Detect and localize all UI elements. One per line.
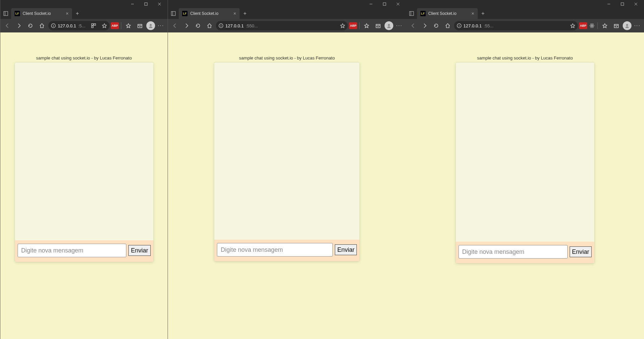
home-button[interactable] xyxy=(204,21,215,31)
browser-tab[interactable]: LF Client Socket.io × xyxy=(179,8,240,19)
send-button[interactable]: Enviar xyxy=(335,244,357,255)
profile-avatar[interactable] xyxy=(623,21,631,30)
close-tab-button[interactable]: × xyxy=(233,11,236,16)
qr-icon[interactable] xyxy=(91,23,96,28)
minimize-button[interactable] xyxy=(128,1,137,7)
minimize-button[interactable] xyxy=(604,1,614,7)
abp-extension-icon[interactable]: ABP xyxy=(111,22,119,29)
svg-point-48 xyxy=(626,24,628,26)
back-button[interactable] xyxy=(170,21,180,31)
tab-actions-button[interactable] xyxy=(406,8,417,19)
favicon-icon: LF xyxy=(15,11,20,16)
profile-avatar[interactable] xyxy=(146,21,155,30)
svg-point-30 xyxy=(388,24,390,26)
favorites-button[interactable] xyxy=(362,21,372,31)
new-tab-button[interactable]: + xyxy=(72,8,83,19)
chat-input-row: Enviar xyxy=(15,240,153,262)
refresh-button[interactable] xyxy=(193,21,203,31)
message-input[interactable] xyxy=(459,245,568,259)
more-menu-button[interactable]: ··· xyxy=(156,23,166,29)
svg-rect-21 xyxy=(171,11,175,16)
back-button[interactable] xyxy=(408,21,418,31)
browser-window-2: LF Client Socket.io × + 127.0.0.1:550...… xyxy=(168,0,406,339)
close-tab-button[interactable]: × xyxy=(471,11,474,16)
favorite-star-icon[interactable] xyxy=(340,23,345,28)
maximize-button[interactable] xyxy=(380,1,389,7)
chat-container: Enviar xyxy=(456,63,594,263)
close-window-button[interactable] xyxy=(393,1,403,7)
browser-tab[interactable]: LF Client Socket.io × xyxy=(417,8,478,19)
address-bar[interactable]: 127.0.0.1:55... xyxy=(454,21,578,30)
favorite-star-icon[interactable] xyxy=(102,23,107,28)
url-host: 127.0.0.1 xyxy=(58,23,76,28)
url-host: 127.0.0.1 xyxy=(464,23,482,28)
home-button[interactable] xyxy=(443,21,453,31)
forward-button[interactable] xyxy=(420,21,430,31)
favorites-button[interactable] xyxy=(600,21,610,31)
favorites-button[interactable] xyxy=(123,21,133,31)
page-heading: sample chat using socket.io - by Lucas F… xyxy=(36,55,132,60)
minimize-button[interactable] xyxy=(366,1,376,7)
tab-bar: LF Client Socket.io × + xyxy=(0,8,168,19)
back-button[interactable] xyxy=(2,21,13,31)
maximize-button[interactable] xyxy=(618,1,627,7)
collections-button[interactable] xyxy=(611,21,621,31)
forward-button[interactable] xyxy=(181,21,192,31)
page-heading: sample chat using socket.io - by Lucas F… xyxy=(239,55,335,60)
address-bar[interactable]: 127.0.0.1:5... xyxy=(48,21,109,30)
address-bar[interactable]: 127.0.0.1:550... xyxy=(216,21,348,30)
messages-list[interactable] xyxy=(214,63,360,240)
new-tab-button[interactable]: + xyxy=(478,8,489,19)
favicon-icon: LF xyxy=(420,11,426,16)
favicon-icon: LF xyxy=(182,11,188,16)
favorite-star-icon[interactable] xyxy=(570,23,575,28)
browser-window-3: LF Client Socket.io × + 127.0.0.1:55... … xyxy=(406,0,644,339)
url-port: :5... xyxy=(78,23,85,28)
send-button[interactable]: Enviar xyxy=(570,246,592,257)
svg-point-16 xyxy=(150,24,152,26)
close-window-button[interactable] xyxy=(155,1,164,7)
refresh-button[interactable] xyxy=(25,21,35,31)
abp-extension-icon[interactable]: ABP xyxy=(579,22,587,29)
browser-window-1: LF Client Socket.io × + 127.0.0.1:5... A… xyxy=(0,0,168,339)
tab-bar: LF Client Socket.io × + xyxy=(406,8,644,19)
svg-rect-11 xyxy=(92,26,93,28)
chat-container: Enviar xyxy=(15,63,153,262)
refresh-button[interactable] xyxy=(431,21,441,31)
more-menu-button[interactable]: ··· xyxy=(395,23,404,29)
tab-actions-button[interactable] xyxy=(168,8,179,19)
abp-extension-icon[interactable]: ABP xyxy=(349,22,357,29)
window-titlebar xyxy=(0,0,168,8)
url-port: :550... xyxy=(246,23,258,28)
close-tab-button[interactable]: × xyxy=(66,11,69,16)
window-titlebar xyxy=(406,0,644,8)
react-devtools-icon[interactable] xyxy=(589,22,595,29)
browser-toolbar: 127.0.0.1:550... ABP ··· xyxy=(168,19,406,32)
maximize-button[interactable] xyxy=(141,1,151,7)
forward-button[interactable] xyxy=(14,21,24,31)
messages-list[interactable] xyxy=(456,63,594,242)
send-button[interactable]: Enviar xyxy=(128,245,150,256)
message-input[interactable] xyxy=(18,244,127,257)
browser-tab[interactable]: LF Client Socket.io × xyxy=(11,8,72,19)
info-icon xyxy=(219,23,223,28)
svg-rect-32 xyxy=(621,3,624,5)
messages-list[interactable] xyxy=(15,63,153,240)
new-tab-button[interactable]: + xyxy=(240,8,250,19)
profile-avatar[interactable] xyxy=(385,21,393,30)
page-content: sample chat using socket.io - by Lucas F… xyxy=(168,32,406,339)
svg-rect-1 xyxy=(145,3,147,5)
info-icon xyxy=(457,23,462,28)
message-input[interactable] xyxy=(217,243,333,257)
more-menu-button[interactable]: ··· xyxy=(633,23,642,29)
close-window-button[interactable] xyxy=(631,1,641,7)
collections-button[interactable] xyxy=(135,21,145,31)
svg-point-40 xyxy=(591,25,592,26)
chat-container: Enviar xyxy=(214,63,360,261)
home-button[interactable] xyxy=(37,21,47,31)
tab-actions-button[interactable] xyxy=(0,8,11,19)
url-port: :55... xyxy=(484,23,494,28)
svg-rect-35 xyxy=(410,11,414,16)
collections-button[interactable] xyxy=(373,21,383,31)
page-content: sample chat using socket.io - by Lucas F… xyxy=(0,32,168,339)
